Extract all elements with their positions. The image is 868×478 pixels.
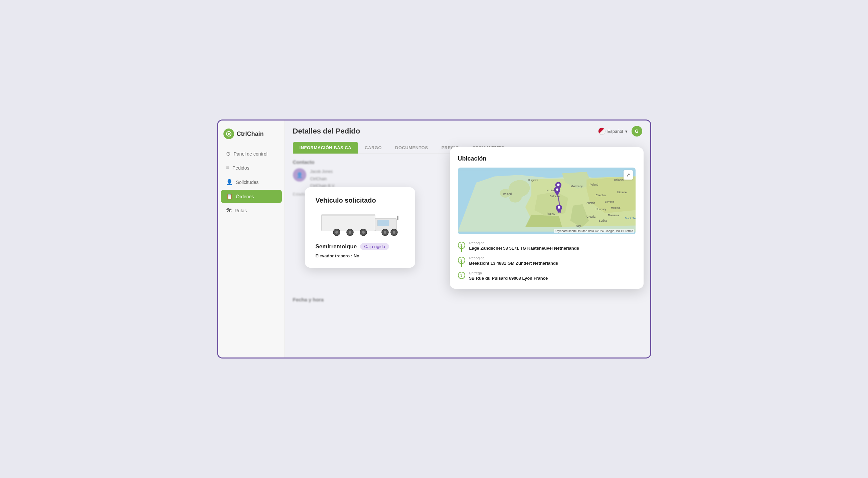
svg-rect-3	[321, 214, 375, 216]
svg-text:Belarus: Belarus	[614, 179, 623, 182]
svg-text:Belgium: Belgium	[550, 195, 560, 198]
logo-icon	[223, 129, 234, 139]
map-svg: 1 2 3	[458, 167, 636, 234]
svg-point-15	[393, 231, 396, 234]
panel-icon: ⊙	[226, 151, 230, 157]
svg-text:Ireland: Ireland	[503, 193, 512, 196]
sidebar-item-pedidos-label: Pedidos	[232, 165, 249, 170]
sidebar-item-rutas-label: Rutas	[235, 208, 247, 213]
route-stops: 1 Recogida Lage Zandschel 58 5171 TG Kaa…	[458, 241, 636, 281]
language-label: Español	[608, 129, 623, 134]
map-container: 1 2 3	[458, 167, 636, 234]
stop-info-1: Recogida Lage Zandschel 58 5171 TG Kaats…	[469, 241, 636, 251]
vehicle-card-title: Vehículo solicitado	[316, 197, 404, 204]
user-avatar[interactable]: G	[631, 126, 642, 136]
location-modal-title: Ubicación	[458, 155, 636, 162]
sidebar-item-pedidos[interactable]: ≡ Pedidos	[221, 162, 282, 174]
stop-circle-3: 3	[458, 272, 465, 279]
sidebar-item-rutas[interactable]: 🗺 Rutas	[221, 204, 282, 217]
svg-text:Ukraine: Ukraine	[617, 191, 626, 194]
contact-company: CtrlChain	[310, 176, 335, 183]
map-background: 1 2 3	[458, 167, 636, 234]
tab-documentos[interactable]: DOCUMENTOS	[389, 142, 435, 154]
stop-address-1: Lage Zandschel 58 5171 TG Kaatsheuvel Ne…	[469, 246, 636, 251]
sidebar-item-panel[interactable]: ⊙ Panel de control	[221, 147, 282, 160]
vehicle-card: Vehículo solicitado	[305, 187, 415, 268]
svg-text:Italy: Italy	[576, 225, 581, 228]
stop-info-2: Recogida Beekzicht 13 4881 GM Zundert Ne…	[469, 256, 636, 266]
sidebar-item-ordenes[interactable]: 📋 Órdenes	[221, 190, 282, 203]
svg-text:Black Sea: Black Sea	[624, 217, 635, 220]
svg-text:France: France	[547, 212, 555, 215]
svg-text:Poland: Poland	[589, 183, 598, 186]
truck-illustration	[320, 211, 400, 238]
svg-point-1	[228, 133, 230, 135]
language-flag	[598, 128, 606, 135]
sidebar-item-solicitudes-label: Solicitudes	[236, 180, 259, 185]
svg-text:Germany: Germany	[571, 185, 583, 188]
stop-circle-2: 2	[458, 257, 465, 264]
sidebar-logo: CtrlChain	[218, 126, 284, 146]
ordenes-icon: 📋	[226, 193, 233, 200]
app-frame: CtrlChain ⊙ Panel de control ≡ Pedidos 👤…	[217, 120, 651, 358]
route-stop-connector-1: 1 Recogida Lage Zandschel 58 5171 TG Kaa…	[458, 241, 636, 251]
vehicle-elevador: Elevador trasero : No	[316, 253, 404, 258]
estado-label: Estado	[293, 192, 305, 197]
vehicle-badge: Caja rígida	[360, 243, 389, 250]
main-content: Detalles del Pedido Español ▾ G INFORMAC…	[285, 121, 650, 357]
svg-point-13	[384, 231, 386, 234]
stop-address-3: 5B Rue du Puisard 69008 Lyon France	[469, 276, 636, 281]
stop-type-2: Recogida	[469, 256, 636, 260]
svg-rect-2	[321, 214, 375, 231]
vehicle-type-row: Semirremolque Caja rígida	[316, 243, 404, 250]
svg-text:Kingdom: Kingdom	[528, 179, 538, 182]
pedidos-icon: ≡	[226, 165, 229, 171]
solicitudes-icon: 👤	[226, 179, 233, 185]
sidebar-item-ordenes-label: Órdenes	[236, 194, 254, 199]
route-stop-3: 3 Entrega 5B Rue du Puisard 69008 Lyon F…	[458, 271, 636, 281]
route-stop-connector-2: 2 Recogida Beekzicht 13 4881 GM Zundert …	[458, 256, 636, 266]
page-title: Detalles del Pedido	[293, 127, 360, 135]
stop-info-3: Entrega 5B Rue du Puisard 69008 Lyon Fra…	[469, 271, 636, 281]
tab-cargo[interactable]: CARGO	[358, 142, 389, 154]
svg-rect-16	[397, 216, 398, 220]
svg-text:Czechia: Czechia	[595, 194, 606, 197]
route-stop-2: 2 Recogida Beekzicht 13 4881 GM Zundert …	[458, 256, 636, 266]
stop-type-3: Entrega	[469, 271, 636, 275]
chevron-down-icon: ▾	[625, 129, 627, 134]
route-stop-1: 1 Recogida Lage Zandschel 58 5171 TG Kaa…	[458, 241, 636, 251]
sidebar-item-panel-label: Panel de control	[234, 151, 268, 157]
svg-text:Croatia: Croatia	[586, 215, 595, 218]
contact-info: Jacob Jones CtrlChain CtrlChain B.V.	[310, 168, 335, 190]
sidebar: CtrlChain ⊙ Panel de control ≡ Pedidos 👤…	[218, 121, 285, 357]
elevador-label: Elevador trasero :	[316, 253, 353, 258]
contact-avatar: 👤	[293, 168, 306, 182]
svg-text:Hungary: Hungary	[595, 208, 606, 211]
stop-circle-1: 1	[458, 242, 465, 249]
sidebar-item-solicitudes[interactable]: 👤 Solicitudes	[221, 176, 282, 189]
header-actions: Español ▾ G	[598, 126, 642, 136]
elevador-value: No	[354, 253, 359, 258]
language-selector[interactable]: Español ▾	[598, 128, 627, 135]
svg-text:Romania: Romania	[608, 214, 619, 217]
vehicle-type-name: Semirremolque	[316, 243, 357, 250]
contact-name: Jacob Jones	[310, 168, 335, 176]
rutas-icon: 🗺	[226, 208, 231, 214]
svg-rect-5	[377, 220, 389, 226]
fecha-title: Fecha y hora	[293, 297, 642, 302]
fecha-section: Fecha y hora	[293, 297, 642, 302]
stop-address-2: Beekzicht 13 4881 GM Zundert Netherlands	[469, 261, 636, 266]
stop-type-1: Recogida	[469, 241, 636, 245]
svg-text:Austria: Austria	[586, 202, 595, 204]
svg-text:N...rlands: N...rlands	[547, 189, 557, 192]
svg-point-7	[335, 231, 338, 234]
logo-text: CtrlChain	[237, 130, 264, 137]
location-modal: Ubicación	[450, 147, 644, 289]
svg-point-11	[362, 231, 365, 234]
tab-informacion[interactable]: INFORMACIÓN BÁSICA	[293, 142, 359, 154]
svg-point-9	[349, 231, 351, 234]
svg-text:Moldova: Moldova	[611, 206, 621, 209]
map-expand-button[interactable]: ⤢	[623, 170, 633, 180]
map-copyright: Keyboard shortcuts Map data ©2024 Google…	[554, 229, 634, 233]
svg-text:Serbia: Serbia	[598, 219, 607, 222]
